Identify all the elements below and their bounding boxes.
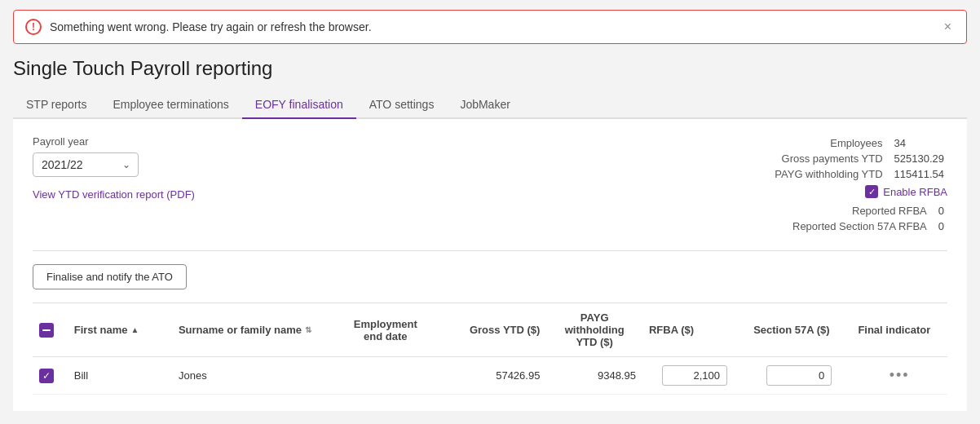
payg-value: 115411.54 — [886, 166, 947, 182]
th-enddate: Employment end date — [329, 303, 442, 357]
th-surname[interactable]: Surname or family name ⇅ — [172, 303, 329, 357]
summary-stats: Employees 34 Gross payments YTD 525130.2… — [771, 135, 947, 182]
check-icon: ✓ — [868, 187, 876, 197]
row-checkbox[interactable]: ✓ — [39, 369, 54, 383]
payg-label: PAYG withholding YTD — [771, 166, 885, 182]
cell-rfba[interactable] — [642, 357, 747, 395]
th-section57a: Section 57A ($) — [747, 303, 851, 357]
gross-payments-value: 525130.29 — [886, 151, 947, 166]
reported-s57a-value: 0 — [930, 219, 947, 234]
employees-value: 34 — [886, 135, 947, 151]
employees-label: Employees — [771, 135, 885, 151]
select-all-minus-icon[interactable] — [39, 323, 54, 338]
cell-payg: 9348.95 — [546, 357, 642, 395]
divider — [33, 250, 947, 251]
page-title: Single Touch Payroll reporting — [13, 57, 967, 80]
tab-employee-terminations[interactable]: Employee terminations — [99, 91, 241, 119]
th-rfba: RFBA ($) — [642, 303, 747, 357]
check-icon: ✓ — [42, 370, 51, 382]
tab-ato-settings[interactable]: ATO settings — [356, 91, 448, 119]
year-select[interactable]: 2021/22 — [33, 152, 139, 177]
sort-up-icon: ▲ — [130, 325, 139, 334]
tab-bar: STP reports Employee terminations EOFY f… — [13, 91, 967, 119]
section57a-input[interactable] — [766, 365, 832, 386]
th-payg: PAYG withholding YTD ($) — [546, 303, 642, 357]
tab-jobmaker[interactable]: JobMaker — [447, 91, 523, 119]
finalise-button[interactable]: Finalise and notify the ATO — [33, 264, 187, 289]
row-actions-menu[interactable]: ••• — [890, 367, 910, 383]
cell-final: ••• — [851, 357, 947, 395]
rfba-input[interactable] — [662, 365, 727, 386]
error-message: Something went wrong. Please try again o… — [50, 20, 372, 33]
error-close-button[interactable]: × — [941, 20, 955, 34]
rfba-toggle-row: ✓ Enable RFBA — [771, 185, 947, 198]
th-gross: Gross YTD ($) — [442, 303, 546, 357]
employees-table: First name ▲ Surname or family name ⇅ Em… — [33, 303, 947, 395]
cell-section57a[interactable] — [747, 357, 851, 395]
gross-payments-label: Gross payments YTD — [771, 151, 885, 166]
cell-enddate — [329, 357, 442, 395]
th-final: Final indicator — [851, 303, 947, 357]
sort-both-icon: ⇅ — [305, 325, 311, 334]
reported-s57a-label: Reported Section 57A RFBA — [789, 219, 930, 234]
year-select-wrapper: 2021/22 ⌄ — [33, 152, 139, 177]
tab-stp-reports[interactable]: STP reports — [13, 91, 99, 119]
error-icon: ! — [25, 19, 42, 35]
rfba-stats: Reported RFBA 0 Reported Section 57A RFB… — [789, 203, 947, 234]
cell-firstname: Bill — [68, 357, 172, 395]
minus-bar — [42, 329, 51, 331]
main-content: Payroll year 2021/22 ⌄ View YTD verifica… — [13, 119, 967, 411]
reported-rfba-label: Reported RFBA — [789, 203, 930, 219]
th-firstname[interactable]: First name ▲ — [68, 303, 172, 357]
tab-eofy-finalisation[interactable]: EOFY finalisation — [242, 91, 356, 119]
rfba-checkbox-label: Enable RFBA — [883, 186, 947, 198]
ytd-report-link[interactable]: View YTD verification report (PDF) — [33, 188, 195, 201]
payroll-year-label: Payroll year — [33, 135, 771, 148]
cell-gross: 57426.95 — [442, 357, 546, 395]
rfba-checkbox[interactable]: ✓ — [865, 185, 878, 198]
th-checkbox — [33, 303, 68, 357]
row-checkbox-cell[interactable]: ✓ — [33, 357, 68, 395]
cell-surname: Jones — [172, 357, 329, 395]
table-row: ✓ Bill Jones 57426.95 9348.95 •• — [33, 357, 947, 395]
reported-rfba-value: 0 — [930, 203, 947, 219]
error-banner: ! Something went wrong. Please try again… — [13, 10, 967, 44]
